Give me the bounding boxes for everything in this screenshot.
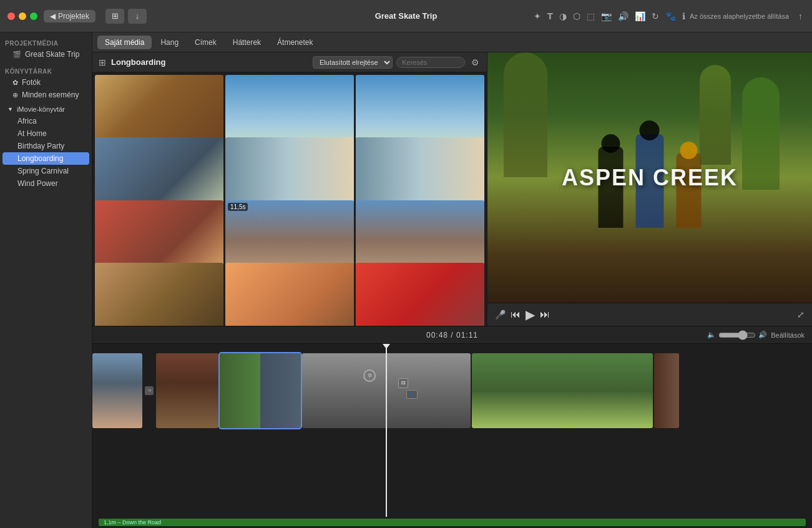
- maximize-button[interactable]: [30, 12, 37, 20]
- triangle-icon: ▼: [7, 106, 13, 112]
- timeline-clips: ⇒ 2.2s – ASPEN CREE!...: [92, 344, 812, 434]
- back-button[interactable]: ◀ Projektek: [44, 10, 95, 22]
- film-icon: 🎬: [12, 51, 21, 59]
- crop-icon[interactable]: ⬚: [585, 10, 597, 22]
- magic-wand-icon[interactable]: ✦: [532, 10, 543, 22]
- media-browser: ⊞ Longboarding Elutasított elrejtése ⚙: [92, 52, 487, 326]
- volume-low-icon: 🔈: [707, 331, 716, 339]
- filter-dropdown[interactable]: Elutasított elrejtése: [313, 56, 393, 69]
- tab-bar: Saját média Hang Címek Hátterek Átmenete…: [92, 32, 812, 52]
- sidebar-item-at-home[interactable]: At Home: [2, 127, 89, 140]
- chevron-left-icon: ◀: [50, 12, 56, 21]
- sidebar-item-project[interactable]: 🎬 Great Skate Trip: [2, 48, 89, 61]
- preview-title-overlay: ASPEN CREEK: [562, 165, 738, 191]
- imovie-library-label: iMovie-könyvtár: [17, 105, 65, 113]
- sidebar-item-photos[interactable]: ✿ Fotók: [2, 76, 89, 89]
- close-button[interactable]: [7, 12, 15, 20]
- media-thumb[interactable]: [225, 263, 354, 326]
- timeline-scroll[interactable]: ⇒ 2.2s – ASPEN CREE!...: [92, 344, 812, 517]
- time-display: 00:48 / 01:11: [426, 331, 478, 340]
- tab-hatterek[interactable]: Hátterek: [225, 36, 268, 49]
- share-button[interactable]: ↑: [796, 10, 805, 22]
- titlebar: ◀ Projektek ⊞ ↓ Great Skate Trip ✦ T ◑ ⬡…: [0, 0, 812, 32]
- media-preview-row: ⊞ Longboarding Elutasított elrejtése ⚙: [92, 52, 812, 326]
- spring-carnival-label: Spring Carnival: [17, 167, 69, 175]
- search-input[interactable]: [396, 57, 465, 68]
- audio-track-label: 1,1m – Down the Road: [104, 519, 161, 526]
- media-thumb[interactable]: [356, 263, 484, 326]
- clip-duration: 11,5s: [228, 203, 248, 211]
- title-text: Great Skate Trip: [375, 11, 438, 21]
- view-mode-buttons: ⊞ ↓: [105, 9, 147, 24]
- sidebar-item-longboarding[interactable]: Longboarding: [2, 152, 89, 165]
- content-area: Saját média Hang Címek Hátterek Átmenete…: [92, 32, 812, 528]
- filter-icon[interactable]: ⬡: [571, 10, 582, 22]
- media-browser-title: Longboarding: [111, 57, 309, 67]
- events-icon: ⊕: [12, 91, 18, 99]
- download-button[interactable]: ↓: [128, 9, 147, 24]
- at-home-label: At Home: [17, 129, 47, 138]
- media-thumb[interactable]: [95, 263, 223, 326]
- settings-icon[interactable]: ⚙: [469, 56, 482, 69]
- transition-indicator: ⇒: [144, 386, 155, 395]
- minimize-button[interactable]: [19, 12, 26, 20]
- timeline-header: 00:48 / 01:11 🔈 🔊 Beállítások: [92, 326, 812, 344]
- audio-track-bar: 1,1m – Down the Road: [92, 517, 812, 528]
- timeline-settings-button[interactable]: Beállítások: [771, 331, 805, 339]
- timeline-clip[interactable]: [156, 353, 218, 428]
- microphone-button[interactable]: 🎤: [495, 310, 506, 320]
- fullscreen-button[interactable]: ⤢: [797, 310, 805, 320]
- back-label: Projektek: [58, 12, 89, 21]
- timeline-clip[interactable]: [472, 353, 653, 428]
- playhead: [386, 344, 387, 517]
- tab-cimek[interactable]: Címek: [187, 36, 224, 49]
- sidebar-item-birthday-party[interactable]: Birthday Party: [2, 140, 89, 152]
- traffic-lights: [7, 12, 37, 20]
- text-icon[interactable]: T: [545, 9, 555, 22]
- tab-atmenetek[interactable]: Átmenetek: [270, 36, 320, 49]
- timeline-clip[interactable]: [92, 353, 142, 428]
- camera-icon[interactable]: 📷: [599, 10, 614, 22]
- skip-back-button[interactable]: ⏮: [511, 309, 521, 320]
- tab-sajat-media[interactable]: Saját média: [97, 36, 152, 49]
- color-icon[interactable]: ◑: [557, 10, 569, 22]
- wind-power-label: Wind Power: [17, 179, 58, 188]
- timeline-clip-selected[interactable]: 2.2s – ASPEN CREE!...: [220, 353, 301, 428]
- project-section-label: PROJEKTMÉDIA: [0, 37, 92, 48]
- volume-high-icon: 🔊: [758, 331, 767, 339]
- chart-icon[interactable]: 📊: [633, 10, 647, 22]
- info-icon[interactable]: ℹ: [680, 10, 687, 22]
- sidebar-item-all-events[interactable]: ⊕ Minden esemény: [2, 89, 89, 101]
- media-grid: 11,5s: [92, 72, 487, 326]
- toolbar-right: ✦ T ◑ ⬡ ⬚ 📷 🔊 📊 ↻ 🐾 ℹ Az összes alaphely…: [532, 9, 805, 22]
- play-button[interactable]: ▶: [526, 307, 535, 322]
- longboarding-label: Longboarding: [17, 154, 63, 163]
- sidebar-item-spring-carnival[interactable]: Spring Carnival: [2, 165, 89, 177]
- preview-pane: ASPEN CREEK 🎤 ⏮ ▶ ⏭ ⤢: [487, 52, 812, 326]
- sidebar-item-wind-power[interactable]: Wind Power: [2, 177, 89, 190]
- preview-video: ASPEN CREEK: [487, 52, 812, 303]
- speed-icon[interactable]: ↻: [650, 10, 661, 22]
- volume-slider[interactable]: [718, 330, 756, 340]
- photos-icon: ✿: [12, 79, 18, 87]
- timeline-settings: 🔈 🔊 Beállítások: [707, 330, 805, 340]
- sidebar-item-africa[interactable]: Africa: [2, 115, 89, 127]
- stabilize-icon[interactable]: 🐾: [663, 10, 678, 22]
- sidebar-item-imovie-library[interactable]: ▼ iMovie-könyvtár: [2, 104, 89, 115]
- grid-view-button[interactable]: ⊞: [105, 9, 124, 24]
- skip-forward-button[interactable]: ⏭: [540, 309, 550, 320]
- reset-button[interactable]: Az összes alaphelyzetbe állítása: [690, 12, 789, 20]
- audio-track[interactable]: 1,1m – Down the Road: [99, 519, 806, 526]
- grid-view-toggle[interactable]: ⊞: [97, 56, 107, 69]
- main-layout: PROJEKTMÉDIA 🎬 Great Skate Trip KÖNYVTÁR…: [0, 32, 812, 528]
- project-name: Great Skate Trip: [25, 50, 79, 59]
- timeline-clip[interactable]: [654, 353, 679, 428]
- preview-controls: 🎤 ⏮ ▶ ⏭ ⤢: [487, 303, 812, 326]
- window-title: Great Skate Trip: [375, 11, 438, 21]
- media-header: ⊞ Longboarding Elutasított elrejtése ⚙: [92, 52, 487, 72]
- birthday-party-label: Birthday Party: [17, 142, 64, 150]
- volume-slider-area: 🔈 🔊: [707, 330, 767, 340]
- tab-hang[interactable]: Hang: [153, 36, 186, 49]
- all-events-label: Minden esemény: [22, 90, 79, 99]
- volume-icon[interactable]: 🔊: [616, 10, 630, 22]
